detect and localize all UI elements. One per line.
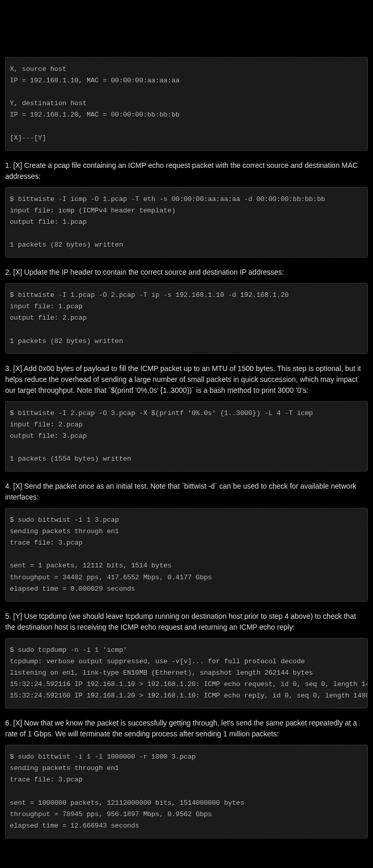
step-5-code: $ sudo tcpdump -n -i 1 'icmp' tcpdump: v… [5,638,368,708]
step-2-code: $ bittwiste -I 1.pcap -O 2.pcap -T ip -s… [5,283,368,353]
step-2-text: 2. [X] Update the IP header to contain t… [5,267,368,278]
step-3-code: $ bittwiste -I 2.pcap -O 3.pcap -X $(pri… [5,401,368,472]
step-4-code: $ sudo bittwist -i 1 3.pcap sending pack… [5,508,368,602]
step-5-text: 5. [Y] Use tcpdump (we should leave tcpd… [5,611,368,633]
step-1-code: $ bittwiste -I icmp -O 1.pcap -T eth -s … [5,187,368,258]
step-3-text: 3. [X] Add 0x00 bytes of payload to fill… [5,363,368,396]
document-content: X, source host IP = 192.168.1.10, MAC = … [0,57,373,858]
topology-block: X, source host IP = 192.168.1.10, MAC = … [5,57,368,151]
step-4-text: 4. [X] Send the packet once as an initia… [5,481,368,503]
step-6-code: $ sudo bittwist -i 1 -l 1000000 -r 1000 … [5,745,368,838]
step-1-text: 1. [X] Create a pcap file containing an … [5,160,368,182]
step-6-text: 6. [X] Now that we know the packet is su… [5,718,368,739]
